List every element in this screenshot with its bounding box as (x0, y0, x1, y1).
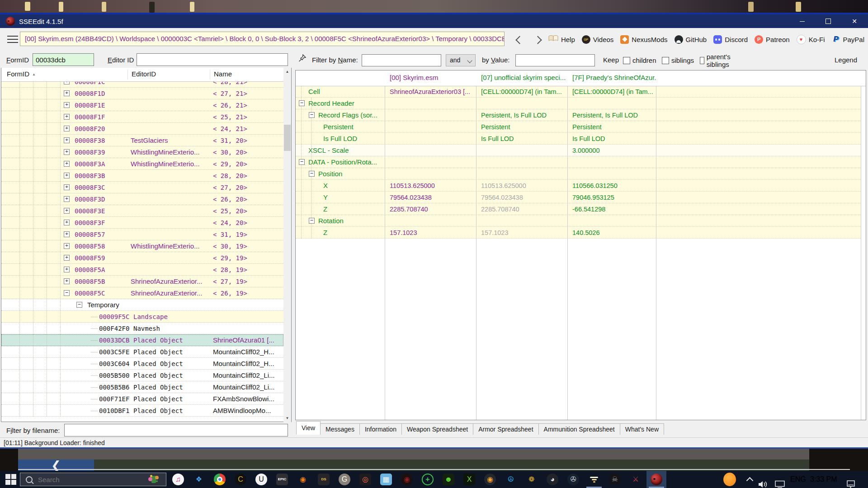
record-row-data-position-rota[interactable]: −DATA - Position/Rota... (296, 156, 861, 168)
expand-icon[interactable]: + (64, 208, 70, 214)
forward-icon[interactable] (533, 36, 542, 44)
record-row-z[interactable]: Z157.1023157.1023140.5026 (296, 227, 861, 239)
link-discord[interactable]: Discord (713, 35, 748, 44)
tree-row-00008f57[interactable]: +00008F57< 31, 19> (1, 229, 283, 240)
record-row-y[interactable]: Y79564.02343879564.02343879046.953125 (296, 192, 861, 203)
tree-row-00008f1f[interactable]: +00008F1F< 25, 21> (1, 111, 283, 123)
tab-messages[interactable]: Messages (320, 423, 360, 435)
filename-filter-input[interactable] (64, 424, 288, 436)
taskbar-green-target-app-icon[interactable]: + (418, 471, 438, 488)
filter-by-name-input[interactable] (362, 54, 441, 66)
column-separator[interactable] (127, 70, 128, 80)
taskbar-mod-organizer-icon[interactable]: ◉ (480, 471, 500, 488)
taskbar-dark-art-app-icon[interactable]: ☠ (605, 471, 625, 488)
taskbar-blue-3d-app-icon[interactable]: ❖ (189, 471, 209, 488)
taskbar-dark-red-ring-app-icon[interactable]: ◉ (397, 471, 417, 488)
record-row-record-header[interactable]: −Record Header (296, 98, 861, 109)
expand-icon[interactable]: + (64, 102, 70, 108)
main-menu-button[interactable] (7, 36, 18, 43)
collapse-icon[interactable]: − (299, 100, 305, 106)
clock[interactable]: 3:33 PM (810, 471, 837, 488)
record-table-header[interactable]: [00] Skyrim.esm [07] unofficial skyrim s… (296, 70, 866, 86)
tree-row-0003c5fe[interactable]: 0003C5FEPlaced ObjectMountainCliff02_H..… (1, 346, 283, 358)
left-table-header[interactable]: FormID▲ EditorID Name (1, 68, 283, 82)
record-row-record-flags-sor[interactable]: −Record Flags (sor...Persistent, Is Full… (296, 109, 861, 121)
column-header-formid[interactable]: FormID▲ (7, 70, 36, 78)
tree-row-00008f20[interactable]: +00008F20< 24, 21> (1, 123, 283, 135)
expand-icon[interactable]: + (64, 278, 70, 284)
breadcrumb[interactable]: [00] Skyrim.esm (24BB49CD) \ Worldspace … (20, 32, 505, 46)
expand-icon[interactable]: + (64, 243, 70, 249)
record-row-xscl-scale[interactable]: XSCL - Scale3.000000 (296, 145, 861, 156)
tree-row-00008f5b[interactable]: +00008F5BShrineofAzuraExterior...< 27, 1… (1, 276, 283, 287)
left-tree-scrollbar[interactable]: ▲ ▼ (283, 68, 291, 422)
taskbar-green-x-app-icon[interactable]: X (459, 471, 479, 488)
expand-icon[interactable]: + (64, 220, 70, 225)
link-kofi[interactable]: ♥Ko-Fi (797, 35, 825, 44)
scrollbar-thumb[interactable] (284, 125, 291, 151)
language-indicator[interactable]: ENG (790, 471, 806, 488)
link-github[interactable]: GitHub (675, 35, 707, 44)
expand-icon[interactable]: + (64, 231, 70, 237)
expand-icon[interactable]: + (64, 173, 70, 178)
link-videos[interactable]: GPVideos (582, 35, 614, 44)
taskbar-search[interactable] (20, 473, 166, 486)
taskbar-fruit-app-icon[interactable]: ❁ (522, 471, 542, 488)
tree-row-00008f38[interactable]: +00008F38TestGlaciers< 31, 20> (1, 135, 283, 146)
tree-row-0010dbf1[interactable]: 0010DBF1Placed ObjectAMBWindloopMo... (1, 405, 283, 417)
maximize-button[interactable] (815, 14, 841, 28)
taskbar-epic-games-icon[interactable]: EPIC (272, 471, 292, 488)
taskbar-itunes-icon[interactable]: ♫ (168, 471, 188, 488)
collapse-icon[interactable]: − (309, 112, 315, 118)
editorid-input[interactable] (137, 53, 288, 66)
taskbar-gimp-icon[interactable]: G (335, 471, 354, 488)
taskbar-green-robot-app-icon[interactable]: ☻ (439, 471, 458, 488)
record-row-z[interactable]: Z2285.7087402285.708740-66.541298 (296, 203, 861, 215)
tree-row-00008f3b[interactable]: +00008F3B< 28, 20> (1, 170, 283, 182)
column-header-editorid[interactable]: EditorID (132, 70, 156, 78)
column-separator[interactable] (210, 70, 210, 80)
taskbar-steam-icon[interactable]: ✇ (563, 471, 583, 488)
taskbar-chrome-icon[interactable] (210, 471, 230, 488)
taskbar-obs-studio-icon[interactable]: ◕ (542, 471, 562, 488)
taskbar-davinci-resolve-icon[interactable]: ◎ (355, 471, 375, 488)
taskbar-unreal-engine-icon[interactable]: U (251, 471, 271, 488)
tree-row-00008f59[interactable]: +00008F59< 29, 19> (1, 252, 283, 264)
pin-icon[interactable] (298, 54, 307, 62)
link-help[interactable]: Help (548, 35, 575, 44)
column-header-name[interactable]: Name (214, 70, 232, 78)
record-row-is-full-lod[interactable]: Is Full LODIs Full LODIs Full LOD (296, 133, 861, 145)
tree-row-00008f3c[interactable]: +00008F3C< 27, 20> (1, 182, 283, 193)
tree-row-00008f1e[interactable]: +00008F1E< 26, 21> (1, 99, 283, 111)
taskbar-blender-icon[interactable]: ◉ (293, 471, 313, 488)
expand-icon[interactable]: + (64, 114, 70, 120)
tab-ammunition-spreadsheet[interactable]: Ammunition Spreadsheet (538, 423, 620, 435)
tab-view[interactable]: View (296, 421, 321, 435)
column-header-plugin-07[interactable]: [07] unofficial skyrim speci... (481, 74, 567, 81)
tab-what-s-new[interactable]: What's New (620, 423, 664, 435)
tree-row-00008f5a[interactable]: +00008F5A< 28, 19> (1, 264, 283, 276)
tree-row-00008f5c[interactable]: −00008F5CShrineofAzuraExterior...< 26, 1… (1, 287, 283, 299)
taskbar-blue-emblem-app-icon[interactable]: ☮ (501, 471, 521, 488)
link-nexusmods[interactable]: NexusMods (620, 35, 667, 44)
collapse-icon[interactable]: − (299, 159, 305, 165)
formid-input[interactable] (33, 53, 94, 66)
tab-information[interactable]: Information (359, 423, 402, 435)
expand-icon[interactable]: + (64, 184, 70, 190)
tree-row-00008f3d[interactable]: +00008F3D< 26, 20> (1, 193, 283, 205)
tree-row-00008f3f[interactable]: +00008F3F< 24, 20> (1, 217, 283, 229)
record-row-position[interactable]: −Position (296, 168, 861, 180)
network-icon[interactable] (775, 476, 785, 488)
tree-row-00008f1d[interactable]: +00008F1D< 27, 21> (1, 88, 283, 99)
hidden-icons-chevron-icon[interactable] (746, 477, 754, 484)
taskbar-blue-cube-app-icon[interactable]: ▦ (376, 471, 396, 488)
tree-row-00008f58[interactable]: +00008F58WhistlingMineExterio...< 30, 19… (1, 240, 283, 252)
filter-operator-select[interactable]: and (446, 54, 476, 66)
record-row-x[interactable]: X110513.625000110513.625000110566.031250 (296, 180, 861, 192)
collapse-icon[interactable]: − (309, 218, 315, 224)
taskbar-daz-studio-icon[interactable]: DS (314, 471, 334, 488)
expand-icon[interactable]: + (64, 126, 70, 131)
expand-icon[interactable]: + (64, 149, 70, 155)
tree-row-000f71ef[interactable]: 000F71EFPlaced ObjectFXAmbSnowBlowi... (1, 393, 283, 405)
close-button[interactable]: ✕ (841, 14, 868, 28)
